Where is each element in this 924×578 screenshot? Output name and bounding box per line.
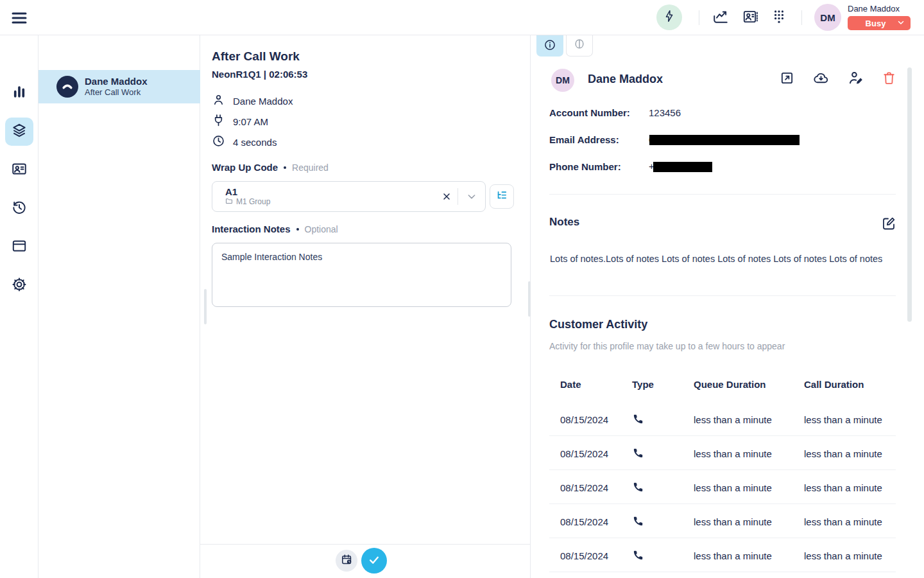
sidebar-item-history[interactable] [5, 195, 33, 223]
clear-wrap-up-button[interactable] [436, 182, 458, 211]
interaction-notes-label: Interaction Notes [212, 223, 291, 234]
edit-contact-button[interactable] [847, 71, 864, 87]
bar-chart-icon [11, 83, 28, 103]
sidebar-item-tasks[interactable] [5, 118, 33, 146]
notes-title: Notes [549, 216, 579, 229]
phone-redacted-value: + [649, 161, 712, 172]
user-avatar[interactable]: DM [814, 4, 841, 31]
cloud-download-icon [813, 70, 829, 89]
sidebar-item-settings[interactable] [5, 272, 33, 300]
profile-avatar: DM [551, 69, 574, 92]
phone-call-icon [632, 481, 645, 494]
wrap-up-code-select[interactable]: A1 M1 Group [212, 181, 486, 212]
customer-profile-panel: DM Dane Maddox Account Number: 123456 Em… [531, 35, 924, 578]
info-icon [543, 39, 556, 54]
quick-actions-button[interactable] [656, 4, 682, 30]
check-icon [368, 554, 381, 568]
page-title: After Call Work [212, 49, 300, 64]
reports-button[interactable] [712, 10, 729, 26]
activity-date: 08/15/2024 [560, 414, 608, 425]
activity-call-duration: less than a minute [804, 516, 882, 527]
hamburger-menu-icon[interactable] [10, 9, 28, 27]
dot-separator [284, 166, 286, 169]
sidebar-item-contacts[interactable] [5, 156, 33, 184]
status-dropdown[interactable]: Busy [848, 16, 911, 30]
tab-profile-info[interactable] [536, 35, 563, 57]
phone-call-icon [632, 549, 645, 562]
activity-queue-duration: less than a minute [694, 550, 772, 561]
activity-date: 08/15/2024 [560, 516, 608, 527]
gear-icon [11, 276, 28, 295]
status-label: Busy [848, 19, 897, 28]
user-name: Dane Maddox [848, 4, 900, 13]
schedule-callback-button[interactable] [336, 550, 357, 572]
sidebar-item-browser[interactable] [5, 233, 33, 261]
activity-queue-duration: less than a minute [694, 516, 772, 527]
trash-icon [882, 71, 896, 88]
task-list-item[interactable]: Dane Maddox After Call Work [38, 70, 200, 103]
topbar-separator [699, 10, 699, 25]
activity-call-duration: less than a minute [804, 482, 882, 493]
delete-contact-button[interactable] [880, 71, 897, 87]
scrollbar-thumb[interactable] [204, 289, 207, 324]
row-divider [549, 572, 896, 572]
contact-card-icon [11, 161, 28, 180]
phone-call-icon [632, 447, 645, 460]
person-icon [212, 93, 225, 109]
tab-insights[interactable] [566, 35, 593, 57]
scrollbar-thumb[interactable] [528, 281, 531, 317]
browser-window-icon [11, 238, 28, 257]
footer-divider [200, 544, 531, 545]
contact-card-icon [742, 8, 758, 28]
current-task-panel: Current Task Dane Maddox After Call Work [38, 35, 200, 578]
phone-call-icon [632, 413, 645, 426]
column-header-call-duration: Call Duration [804, 379, 864, 390]
scrollbar-thumb[interactable] [907, 67, 912, 322]
topbar-separator [801, 10, 802, 25]
wrap-up-tree-view-button[interactable] [490, 184, 514, 209]
column-header-type: Type [632, 379, 654, 390]
redaction-bar [653, 162, 712, 172]
calendar-clock-icon [341, 554, 353, 568]
tree-view-icon [495, 189, 508, 204]
line-chart-icon [712, 8, 729, 28]
wrap-up-dropdown-caret[interactable] [458, 182, 485, 211]
download-profile-button[interactable] [812, 71, 829, 87]
dialpad-button[interactable] [771, 10, 787, 26]
sidebar-item-stats[interactable] [5, 79, 33, 107]
top-bar: DM Dane Maddox Busy [0, 0, 924, 35]
email-label: Email Address: [549, 134, 649, 145]
activity-row: 08/15/2024 less than a minute less than … [549, 402, 896, 436]
contacts-button[interactable] [742, 10, 758, 26]
task-contact-name: Dane Maddox [85, 76, 148, 87]
customer-activity-title: Customer Activity [549, 318, 647, 331]
clock-icon [212, 134, 225, 150]
activity-call-duration: less than a minute [804, 550, 882, 561]
activity-row: 08/15/2024 less than a minute less than … [549, 504, 896, 538]
interaction-notes-input[interactable]: Sample Interaction Notes [212, 243, 511, 307]
activity-queue-duration: less than a minute [694, 414, 772, 425]
column-header-date: Date [560, 379, 581, 390]
activity-date: 08/15/2024 [560, 482, 608, 493]
account-number-value: 123456 [649, 107, 681, 118]
edit-notes-button[interactable] [881, 216, 896, 231]
open-profile-button[interactable] [778, 71, 795, 87]
lightning-icon [663, 10, 676, 25]
phone-label: Phone Number: [549, 161, 649, 172]
interaction-notes-requirement: Optional [305, 224, 338, 234]
activity-call-duration: less than a minute [804, 414, 882, 425]
account-number-label: Account Number: [549, 107, 649, 118]
section-divider [549, 295, 896, 296]
left-navigation-rail [0, 35, 38, 578]
dot-separator [296, 228, 299, 231]
customer-activity-subtitle: Activity for this profile may take up to… [549, 341, 785, 351]
profile-name: Dane Maddox [588, 73, 663, 86]
task-detail-contact: Dane Maddox [233, 96, 293, 107]
dialpad-icon [771, 8, 787, 28]
complete-task-button[interactable] [361, 548, 387, 574]
task-detail-panel: After Call Work NeonR1Q1 | 02:06:53 Dane… [200, 35, 531, 578]
brain-icon [573, 38, 586, 53]
wrap-up-group: M1 Group [236, 197, 270, 207]
queue-and-timer: NeonR1Q1 | 02:06:53 [212, 69, 307, 80]
redaction-bar [649, 135, 800, 145]
